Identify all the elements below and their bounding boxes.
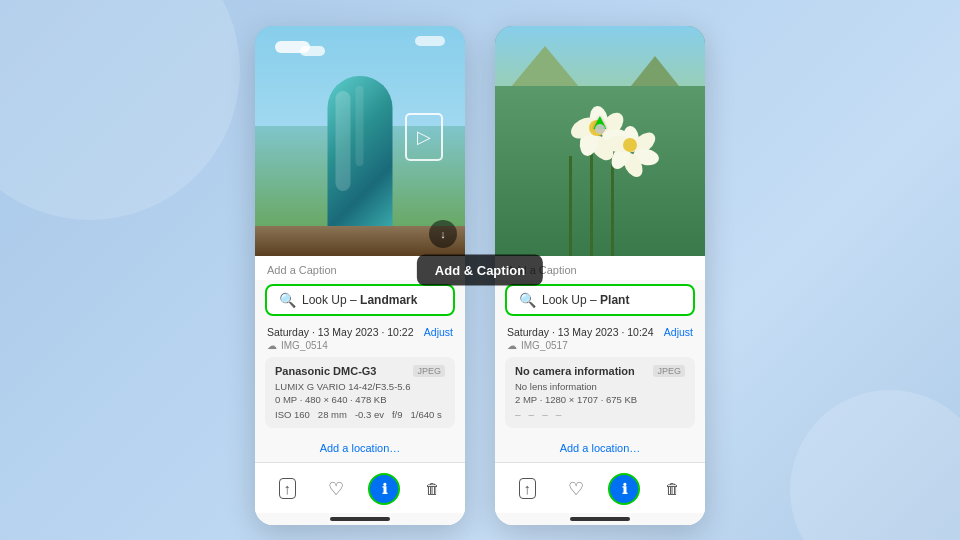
share-button-left[interactable]: ↑ bbox=[271, 473, 303, 505]
share-button-right[interactable]: ↑ bbox=[511, 473, 543, 505]
cloud-icon-left: ☁ bbox=[267, 340, 277, 351]
heart-button-left[interactable]: ♡ bbox=[320, 473, 352, 505]
trash-icon-right: 🗑 bbox=[665, 480, 680, 497]
adjust-link-right[interactable]: Adjust bbox=[664, 326, 693, 338]
share-icon-right: ↑ bbox=[519, 478, 537, 499]
info-panel-left: Add a Caption 🔍 Look Up – Landmark Satur… bbox=[255, 256, 465, 525]
info-icon-left: ℹ bbox=[382, 481, 387, 497]
location-btn-right[interactable]: Add a location… bbox=[495, 434, 705, 462]
filename-row-left: ☁ IMG_0514 bbox=[255, 340, 465, 357]
camera-card-left: Panasonic DMC-G3 JPEG LUMIX G VARIO 14-4… bbox=[265, 357, 455, 428]
date-left: Saturday · 13 May 2023 · 10:22 bbox=[267, 326, 414, 338]
heart-icon-left: ♡ bbox=[328, 478, 344, 500]
photo-flower: ▲ bbox=[495, 26, 705, 256]
lens-right: No lens information bbox=[515, 381, 685, 392]
lookup-row-right[interactable]: 🔍 Look Up – Plant bbox=[505, 284, 695, 316]
date-right: Saturday · 13 May 2023 · 10:24 bbox=[507, 326, 654, 338]
share-icon-left: ↑ bbox=[279, 478, 297, 499]
camera-card-right: No camera information JPEG No lens infor… bbox=[505, 357, 695, 428]
info-button-right[interactable]: ℹ bbox=[608, 473, 640, 505]
location-btn-left[interactable]: Add a location… bbox=[255, 434, 465, 462]
lookup-row-left[interactable]: 🔍 Look Up – Landmark bbox=[265, 284, 455, 316]
format-badge-right: JPEG bbox=[653, 365, 685, 377]
filename-right: IMG_0517 bbox=[521, 340, 568, 351]
home-bar-left bbox=[330, 517, 390, 521]
camera-name-right: No camera information bbox=[515, 365, 635, 377]
cloud-icon-right: ☁ bbox=[507, 340, 517, 351]
dot-indicator-right bbox=[595, 124, 605, 134]
filename-row-right: ☁ IMG_0517 bbox=[495, 340, 705, 357]
toolbar-left: ↑ ♡ ℹ 🗑 bbox=[255, 462, 465, 513]
download-badge-left[interactable]: ↓ bbox=[429, 220, 457, 248]
lookup-text-right: Look Up – Plant bbox=[542, 293, 629, 307]
lookup-icon-left: 🔍 bbox=[279, 292, 296, 308]
heart-icon-right: ♡ bbox=[568, 478, 584, 500]
toolbar-right: ↑ ♡ ℹ 🗑 bbox=[495, 462, 705, 513]
mp-left: 0 MP · 480 × 640 · 478 KB bbox=[275, 394, 445, 405]
lens-left: LUMIX G VARIO 14-42/F3.5-5.6 bbox=[275, 381, 445, 392]
exif-row-right: – – – – bbox=[515, 409, 685, 420]
trash-button-left[interactable]: 🗑 bbox=[417, 473, 449, 505]
trash-button-right[interactable]: 🗑 bbox=[657, 473, 689, 505]
photo-landmark: ▷ ↓ bbox=[255, 26, 465, 256]
lookup-icon-right: 🔍 bbox=[519, 292, 536, 308]
date-row-left: Saturday · 13 May 2023 · 10:22 Adjust bbox=[255, 320, 465, 340]
mp-right: 2 MP · 1280 × 1707 · 675 KB bbox=[515, 394, 685, 405]
camera-name-left: Panasonic DMC-G3 bbox=[275, 365, 376, 377]
caption-placeholder-left: Add a Caption bbox=[267, 264, 337, 276]
add-caption-label: Add & Caption bbox=[417, 255, 543, 286]
filename-left: IMG_0514 bbox=[281, 340, 328, 351]
heart-button-right[interactable]: ♡ bbox=[560, 473, 592, 505]
date-row-right: Saturday · 13 May 2023 · 10:24 Adjust bbox=[495, 320, 705, 340]
lookup-text-left: Look Up – Landmark bbox=[302, 293, 417, 307]
trash-icon-left: 🗑 bbox=[425, 480, 440, 497]
info-icon-right: ℹ bbox=[622, 481, 627, 497]
exif-row-left: ISO 160 28 mm -0.3 ev f/9 1/640 s bbox=[275, 409, 445, 420]
info-button-left[interactable]: ℹ bbox=[368, 473, 400, 505]
adjust-link-left[interactable]: Adjust bbox=[424, 326, 453, 338]
home-bar-right bbox=[570, 517, 630, 521]
info-panel-right: Add a Caption 🔍 Look Up – Plant Saturday… bbox=[495, 256, 705, 525]
format-badge-left: JPEG bbox=[413, 365, 445, 377]
